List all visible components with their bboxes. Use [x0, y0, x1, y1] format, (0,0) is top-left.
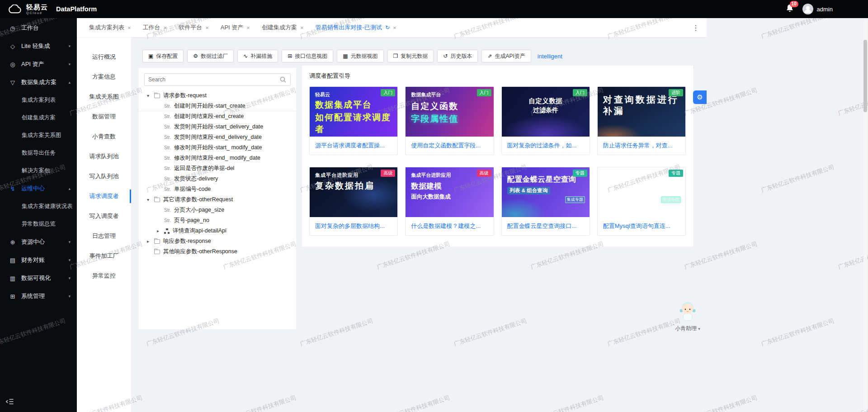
subnav-item[interactable]: 请求队列池 — [77, 147, 131, 166]
subnav-item[interactable]: 数据管理 — [77, 107, 131, 127]
toolbar-button[interactable]: ⇗ 生成API资产 — [481, 50, 531, 62]
caret-icon[interactable]: ▾ — [147, 93, 154, 98]
tree-node[interactable]: Str. 发货时间结束段-end_delivery_date — [139, 132, 296, 142]
tab[interactable]: 创建集成方案 × — [256, 18, 310, 37]
subnav-item[interactable]: 写入队列池 — [77, 166, 131, 186]
sidebar-item[interactable]: 解决方案包 — [0, 162, 77, 180]
sidebar-item[interactable]: ▤ 财务对账 ▾ — [0, 251, 77, 269]
guide-card[interactable]: 专题 配置MySQL查询 直连数据库调度者 集成专题 配置Mysql查询语句直连… — [597, 167, 686, 236]
tree-node[interactable]: ▾ 请求参数-request — [139, 90, 296, 101]
guide-card[interactable]: 高级 集成平台进阶应用 数据建模 面向大数据集成 什么是数据建模？建模之... — [405, 167, 494, 236]
toolbar-button[interactable]: ⚙ 数据过滤厂 — [187, 50, 234, 62]
subnav-item[interactable]: 请求调度者 — [77, 186, 131, 206]
toolbar-button[interactable]: ∿ 补漏措施 — [237, 50, 278, 62]
card-caption[interactable]: 防止请求任务异常，对查... — [598, 137, 685, 155]
tree-node[interactable]: ▾ 其它请求参数-otherRequest — [139, 194, 296, 205]
subnav-item[interactable]: 集成关系图 — [77, 87, 131, 107]
sidebar-item[interactable]: ◇ Lite 轻集成 ▾ — [0, 37, 77, 55]
toolbar-button[interactable]: ▣ 保存配置 — [142, 50, 184, 62]
card-caption[interactable]: 使用自定义函数配置字段... — [406, 137, 493, 155]
subnav-item-label: 请求队列池 — [90, 152, 119, 161]
close-icon[interactable]: × — [393, 24, 396, 31]
tree-node[interactable]: Str. 发货时间开始段-start_delivery_date — [139, 122, 296, 132]
tree-node[interactable]: Str. 创建时间结束段-end_create — [139, 111, 296, 122]
tab[interactable]: API 资产 × — [215, 18, 256, 37]
toolbar-button[interactable]: ❐ 复制元数据 — [387, 50, 434, 62]
sidebar-item[interactable]: 异常数据总览 — [0, 215, 77, 233]
tree-node[interactable]: 其他响应参数-otherResponse — [139, 246, 296, 257]
toolbar-button[interactable]: ▦ 元数据视图 — [337, 50, 383, 62]
sidebar-item[interactable]: 集成方案列表 — [0, 91, 77, 109]
card-caption[interactable]: 面对复杂的过滤条件，如... — [502, 137, 590, 155]
tree-node[interactable]: Str. 单据编号-code — [139, 184, 296, 194]
assistant-widget[interactable]: 小青助理 ▾ — [674, 298, 702, 332]
guide-card[interactable]: 进阶 对查询数据进行补漏 防止请求任务异常，对查... — [597, 86, 686, 155]
caret-icon[interactable]: ▾ — [147, 197, 154, 202]
card-caption[interactable]: 面对复杂的多层数据结构... — [310, 217, 397, 235]
tree-node[interactable]: Str. 页号-page_no — [139, 215, 296, 226]
sidebar-item[interactable]: ▽ 数据集成方案 ▴ — [0, 73, 77, 91]
card-caption[interactable]: 配置Mysql查询语句直连... — [598, 217, 685, 235]
user-menu[interactable]: admin — [802, 4, 833, 14]
guide-card[interactable]: 入门 数据集成平台 自定义函数 字段属性值 使用自定义函数配置字段... — [405, 86, 494, 155]
guide-card[interactable]: 高级 集成平台进阶应用 复杂数据拍扁 面对复杂的多层数据结构... — [309, 167, 398, 236]
scrollbar-thumb[interactable] — [863, 40, 867, 112]
settings-button[interactable]: ⚙ — [693, 90, 707, 104]
toolbar-button[interactable]: ↺ 历史版本 — [437, 50, 478, 62]
sidebar-item[interactable]: ▥ 数据可视化 ▾ — [0, 269, 77, 287]
search-input[interactable] — [145, 74, 276, 85]
intelligent-link[interactable]: intelligent — [538, 53, 562, 60]
subnav-item[interactable]: 运行概况 — [77, 47, 131, 67]
reload-icon[interactable]: ↻ — [385, 24, 390, 31]
close-icon[interactable]: × — [246, 24, 250, 31]
sidebar-item[interactable]: ↯ 运维中心 ▴ — [0, 180, 77, 198]
search-icon[interactable] — [276, 74, 290, 85]
card-caption[interactable]: 配置金蝶云星空查询接口... — [502, 217, 590, 235]
notifications-button[interactable]: 10 — [786, 4, 793, 14]
tab[interactable]: 管易销售出库对接-已测试 ↻ × — [310, 18, 402, 37]
scrollbar[interactable] — [863, 19, 867, 411]
close-icon[interactable]: × — [300, 24, 304, 31]
toolbar-button[interactable]: ⊞ 接口信息视图 — [282, 50, 333, 62]
subnav-item[interactable]: 写入调度者 — [77, 206, 131, 226]
tab-more-button[interactable]: ⋮ — [692, 24, 699, 32]
caret-icon[interactable]: ▸ — [157, 228, 164, 233]
tree-node[interactable]: ▸ 详情查询api-detailApi — [139, 226, 296, 236]
tree-node[interactable]: ▸ 响应参数-response — [139, 236, 296, 246]
chevron-down-icon[interactable]: ▾ — [698, 327, 700, 331]
subnav-item[interactable]: 日志管理 — [77, 226, 131, 246]
close-icon[interactable]: × — [164, 24, 167, 31]
sidebar-item[interactable]: ◷ 工作台 — [0, 19, 77, 37]
guide-card[interactable]: 入门 轻易云 数据集成平台 如何配置请求调度者 源平台请求调度者配置操... — [309, 86, 398, 155]
card-caption[interactable]: 什么是数据建模？建模之... — [406, 217, 493, 235]
tree-node[interactable]: Str. 修改时间开始段-start_ modify_date — [139, 142, 296, 153]
subnav-item[interactable]: 异常监控 — [77, 266, 131, 286]
guide-card[interactable]: 入门 自定义数据 过滤条件 面对复杂的过滤条件，如... — [501, 86, 590, 155]
tree-node[interactable]: Str. 修改时间结束段-end_ modify_date — [139, 153, 296, 163]
sidebar-item[interactable]: ⊕ 资源中心 ▾ — [0, 233, 77, 251]
guide-card[interactable]: 专题 配置金蝶云星空查询 列表 & 组合查询 集成专题 配置金蝶云星空查询接口.… — [501, 167, 590, 236]
tree-node[interactable]: Str. 返回是否作废的单据-del — [139, 163, 296, 174]
close-icon[interactable]: × — [205, 24, 209, 31]
caret-icon[interactable]: ▸ — [147, 239, 154, 244]
sidebar-item[interactable]: 创建集成方案 — [0, 109, 77, 127]
card-caption[interactable]: 源平台请求调度者配置操... — [310, 137, 397, 155]
close-icon[interactable]: × — [127, 24, 131, 31]
tab[interactable]: 集成方案列表 × — [83, 18, 137, 37]
tab[interactable]: 工作台 × — [137, 18, 173, 37]
search-box — [144, 73, 291, 86]
subnav-item[interactable]: 事件加工厂 — [77, 246, 131, 266]
sidebar-item[interactable]: ⊞ 系统管理 ▾ — [0, 287, 77, 305]
tree-node[interactable]: Str. 发货状态-delivery — [139, 174, 296, 184]
tab[interactable]: 软件平台 × — [173, 18, 215, 37]
menu-fold-button[interactable] — [6, 398, 14, 407]
sidebar-item[interactable]: 集成方案健康状况表 — [0, 198, 77, 215]
tree-node[interactable]: Str. 创建时间开始段-start_create — [139, 101, 296, 111]
subnav-item-label: 方案信息 — [92, 73, 116, 81]
subnav-item[interactable]: 方案信息 — [77, 67, 131, 87]
tree-node[interactable]: Str. 分页大小-page_size — [139, 205, 296, 215]
sidebar-item[interactable]: 集成方案关系图 — [0, 127, 77, 144]
subnav-item[interactable]: 小青查数 — [77, 127, 131, 147]
sidebar-item[interactable]: ◎ API 资产 ▾ — [0, 55, 77, 73]
sidebar-item[interactable]: 数据导出任务 — [0, 144, 77, 162]
